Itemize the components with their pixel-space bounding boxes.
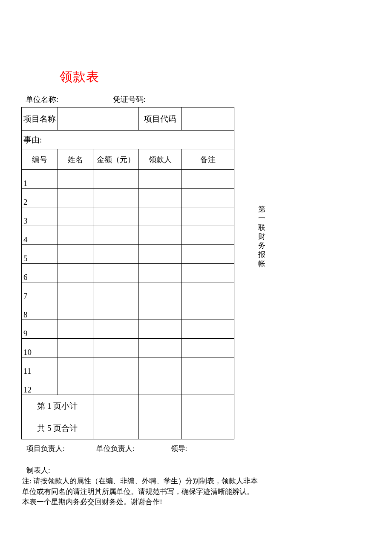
row-name[interactable] — [58, 170, 93, 189]
footer-note: 注: 请按领款人的属性（在编、非编、外聘、学生）分别制表，领款人非本单位或有同名… — [22, 476, 261, 508]
row-amount[interactable] — [93, 189, 139, 207]
col-name: 姓名 — [58, 149, 93, 170]
row-note[interactable] — [182, 264, 234, 282]
row-amount[interactable] — [93, 357, 139, 376]
row-index: 8 — [22, 301, 58, 320]
row-index: 6 — [22, 264, 58, 282]
row-note[interactable] — [182, 189, 234, 207]
side-char: 一 — [258, 214, 267, 223]
row-note[interactable] — [182, 339, 234, 357]
row-amount[interactable] — [93, 226, 139, 245]
form-title: 领款表 — [60, 68, 256, 86]
row-index: 4 — [22, 226, 58, 245]
row-note[interactable] — [182, 376, 234, 395]
row-note[interactable] — [182, 170, 234, 189]
row-amount[interactable] — [93, 301, 139, 320]
row-index: 12 — [22, 376, 58, 395]
table-row: 7 — [22, 282, 234, 301]
row-index: 10 — [22, 339, 58, 357]
row-index: 9 — [22, 320, 58, 339]
row-note[interactable] — [182, 320, 234, 339]
row-recipient[interactable] — [139, 282, 182, 301]
page-subtotal-row: 第 1 页小计 — [22, 395, 234, 417]
table-row: 10 — [22, 339, 234, 357]
row-name[interactable] — [58, 320, 93, 339]
copy-label-vertical: 第一联财务报帐 — [258, 205, 267, 268]
row-name[interactable] — [58, 339, 93, 357]
row-note[interactable] — [182, 245, 234, 264]
side-char: 第 — [258, 205, 267, 214]
table-row: 5 — [22, 245, 234, 264]
row-note[interactable] — [182, 301, 234, 320]
col-amount: 金额（元） — [93, 149, 139, 170]
row-recipient[interactable] — [139, 207, 182, 226]
table-row: 1 — [22, 170, 234, 189]
row-recipient[interactable] — [139, 320, 182, 339]
row-amount[interactable] — [93, 245, 139, 264]
row-note[interactable] — [182, 226, 234, 245]
unit-leader-label: 单位负责人: — [96, 444, 169, 453]
row-recipient[interactable] — [139, 339, 182, 357]
row-amount[interactable] — [93, 170, 139, 189]
project-name-value[interactable] — [58, 108, 139, 131]
col-recipient: 领款人 — [139, 149, 182, 170]
row-amount[interactable] — [93, 376, 139, 395]
row-recipient[interactable] — [139, 264, 182, 282]
row-recipient[interactable] — [139, 245, 182, 264]
row-name[interactable] — [58, 207, 93, 226]
row-amount[interactable] — [93, 282, 139, 301]
row-name[interactable] — [58, 301, 93, 320]
row-index: 5 — [22, 245, 58, 264]
table-row: 8 — [22, 301, 234, 320]
grandtotal-amount[interactable] — [93, 417, 139, 439]
row-recipient[interactable] — [139, 226, 182, 245]
side-char: 财 — [258, 232, 267, 241]
reason-row: 事由: — [22, 131, 234, 149]
grandtotal-recipient[interactable] — [139, 417, 182, 439]
row-index: 1 — [22, 170, 58, 189]
grandtotal-note[interactable] — [182, 417, 234, 439]
row-amount[interactable] — [93, 339, 139, 357]
table-row: 11 — [22, 357, 234, 376]
project-code-value[interactable] — [182, 108, 234, 131]
row-amount[interactable] — [93, 207, 139, 226]
col-note: 备注 — [182, 149, 234, 170]
row-name[interactable] — [58, 282, 93, 301]
side-char: 务 — [258, 241, 267, 250]
row-name[interactable] — [58, 189, 93, 207]
row-note[interactable] — [182, 207, 234, 226]
side-char: 帐 — [258, 259, 267, 268]
row-name[interactable] — [58, 376, 93, 395]
leader-label: 领导: — [171, 444, 187, 453]
row-amount[interactable] — [93, 320, 139, 339]
unit-name-label: 单位名称: — [26, 94, 111, 105]
subtotal-label: 第 1 页小计 — [22, 395, 93, 417]
table-row: 3 — [22, 207, 234, 226]
row-index: 11 — [22, 357, 58, 376]
row-index: 7 — [22, 282, 58, 301]
row-recipient[interactable] — [139, 189, 182, 207]
table-row: 2 — [22, 189, 234, 207]
row-amount[interactable] — [93, 264, 139, 282]
grand-total-row: 共 5 页合计 — [22, 417, 234, 439]
row-name[interactable] — [58, 245, 93, 264]
row-name[interactable] — [58, 357, 93, 376]
row-recipient[interactable] — [139, 301, 182, 320]
row-note[interactable] — [182, 357, 234, 376]
col-index: 编号 — [22, 149, 58, 170]
reason-cell[interactable]: 事由: — [22, 131, 234, 149]
row-recipient[interactable] — [139, 170, 182, 189]
side-char: 报 — [258, 250, 267, 259]
subtotal-recipient[interactable] — [139, 395, 182, 417]
header-line: 单位名称: 凭证号码: — [26, 94, 256, 105]
row-note[interactable] — [182, 282, 234, 301]
row-name[interactable] — [58, 226, 93, 245]
maker-label: 制表人: — [26, 465, 256, 475]
row-recipient[interactable] — [139, 376, 182, 395]
row-recipient[interactable] — [139, 357, 182, 376]
subtotal-note[interactable] — [182, 395, 234, 417]
subtotal-amount[interactable] — [93, 395, 139, 417]
grandtotal-label: 共 5 页合计 — [22, 417, 93, 439]
row-name[interactable] — [58, 264, 93, 282]
project-name-label: 项目名称 — [22, 108, 58, 131]
